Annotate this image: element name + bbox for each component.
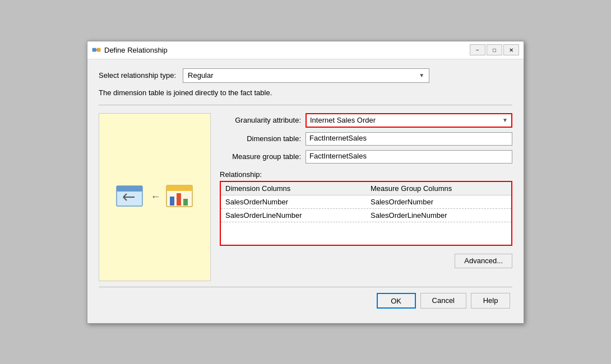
relationship-label: Relationship: <box>220 170 512 179</box>
svg-rect-12 <box>183 199 188 206</box>
right-panel: Granularity attribute: Internet Sales Or… <box>220 113 512 281</box>
meas-col-1: SalesOrderNumber <box>366 195 511 208</box>
advanced-button[interactable]: Advanced... <box>455 254 512 268</box>
dimension-table-label: Dimension table: <box>220 134 301 143</box>
close-button[interactable]: ✕ <box>503 44 519 55</box>
granularity-combo[interactable]: Internet Sales Order ▼ <box>306 113 512 128</box>
dimension-columns-header: Dimension Columns <box>221 182 366 195</box>
define-relationship-dialog: Define Relationship − □ ✕ Select relatio… <box>87 41 524 324</box>
granularity-row: Granularity attribute: Internet Sales Or… <box>220 113 512 128</box>
main-area: ← Granularity attribute: <box>99 113 512 281</box>
svg-rect-0 <box>92 48 96 52</box>
measure-group-label: Measure group table: <box>220 152 301 161</box>
footer-buttons: OK Cancel Help <box>99 293 512 314</box>
relationship-header-row: Dimension Columns Measure Group Columns <box>221 182 511 195</box>
bottom-separator <box>99 287 512 287</box>
ok-button[interactable]: OK <box>377 293 416 309</box>
dialog-content: Select relationship type: Regular ▼ The … <box>87 59 524 323</box>
relationship-type-label: Select relationship type: <box>99 71 176 80</box>
svg-rect-1 <box>97 48 100 52</box>
relationship-type-combo[interactable]: Regular ▼ <box>183 68 429 83</box>
granularity-label: Granularity attribute: <box>220 116 301 124</box>
svg-rect-9 <box>166 185 192 191</box>
dim-col-1: SalesOrderNumber <box>221 195 366 208</box>
relationship-table[interactable]: Dimension Columns Measure Group Columns … <box>220 181 512 246</box>
relationship-type-row: Select relationship type: Regular ▼ <box>99 68 512 83</box>
diagram-arrow-icon: ← <box>151 191 161 203</box>
measure-group-input: FactInternetSales <box>306 150 512 164</box>
dimension-table-value: FactInternetSales <box>309 134 367 142</box>
relationship-section: Relationship: Dimension Columns Measure … <box>220 170 512 246</box>
diagram-box: ← <box>99 113 211 281</box>
granularity-value: Internet Sales Order <box>310 116 376 124</box>
cube-icon <box>115 180 146 214</box>
description-text: The dimension table is joined directly t… <box>99 88 512 97</box>
title-bar-left: Define Relationship <box>92 45 168 54</box>
meas-col-empty <box>366 222 511 245</box>
granularity-combo-arrow-icon: ▼ <box>502 117 508 123</box>
help-button[interactable]: Help <box>471 293 510 309</box>
dimension-table-input: FactInternetSales <box>306 132 512 146</box>
advanced-row: Advanced... <box>220 254 512 268</box>
table-row[interactable]: SalesOrderLineNumber SalesOrderLineNumbe… <box>221 209 511 222</box>
svg-rect-4 <box>117 186 142 192</box>
meas-col-2: SalesOrderLineNumber <box>366 209 511 222</box>
measure-group-value: FactInternetSales <box>309 152 367 160</box>
dim-col-empty <box>221 222 366 245</box>
title-bar-controls: − □ ✕ <box>470 44 519 55</box>
svg-rect-11 <box>177 193 181 206</box>
separator-1 <box>99 105 512 105</box>
measure-group-row: Measure group table: FactInternetSales <box>220 150 512 164</box>
measure-columns-header: Measure Group Columns <box>366 182 511 195</box>
table-row-empty[interactable] <box>221 222 511 245</box>
minimize-button[interactable]: − <box>470 44 485 55</box>
dialog-title: Define Relationship <box>104 46 168 54</box>
dim-col-2: SalesOrderLineNumber <box>221 209 366 222</box>
table-row[interactable]: SalesOrderNumber SalesOrderNumber <box>221 195 511 209</box>
bar-chart-icon <box>165 181 195 213</box>
diagram-content: ← <box>115 180 195 214</box>
dialog-icon <box>92 45 101 54</box>
svg-rect-10 <box>170 197 174 206</box>
cancel-button[interactable]: Cancel <box>420 293 466 309</box>
maximize-button[interactable]: □ <box>487 44 502 55</box>
relationship-type-arrow-icon: ▼ <box>419 72 424 78</box>
title-bar: Define Relationship − □ ✕ <box>87 41 524 59</box>
dimension-table-row: Dimension table: FactInternetSales <box>220 132 512 146</box>
relationship-type-value: Regular <box>188 71 214 80</box>
